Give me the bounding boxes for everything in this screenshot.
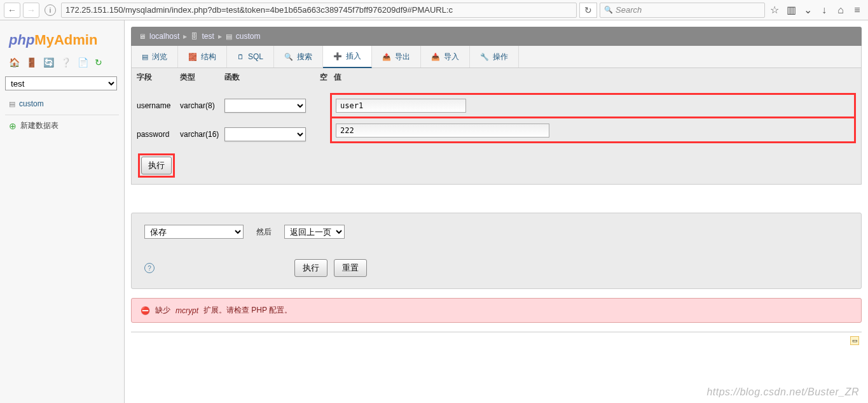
tab-search[interactable]: 🔍搜索	[274, 46, 323, 67]
go-button-highlight: 执行	[138, 153, 175, 178]
table-icon: ▤	[226, 32, 232, 41]
tab-insert[interactable]: ➕插入	[323, 46, 372, 68]
save-mode-select[interactable]: 保存	[144, 225, 244, 239]
search-bar[interactable]: Search	[600, 3, 765, 18]
sidebar-quick-icons: 🏠 🚪 🔄 ❔ 📄 ↻	[9, 57, 119, 67]
go-button[interactable]: 执行	[141, 157, 172, 174]
divider	[131, 332, 862, 332]
table-link-custom[interactable]: custom	[5, 97, 119, 111]
downloads-icon[interactable]: ↓	[817, 4, 831, 16]
library-icon[interactable]: ▥	[784, 4, 798, 16]
back-button[interactable]: ←	[4, 3, 20, 18]
header-func: 函数	[224, 72, 320, 83]
tabs: ▤浏览 🧱结构 🗒SQL 🔍搜索 ➕插入 📤导出 📥导入 🔧操作	[131, 46, 862, 68]
value-input-username[interactable]	[336, 99, 466, 113]
expand-toggle[interactable]: ▭	[850, 336, 859, 345]
forward-button[interactable]: →	[23, 3, 39, 18]
main-content: 🖥 localhost ▸ 🗄 test ▸ ▤ custom ▤浏览 🧱结构 …	[125, 20, 868, 403]
reset-button[interactable]: 重置	[334, 259, 367, 277]
then-label: 然后	[256, 227, 272, 237]
phpmyadmin-logo: phpMyAdmin	[9, 32, 119, 48]
breadcrumb-db[interactable]: test	[202, 32, 214, 41]
tab-import[interactable]: 📥导入	[421, 46, 470, 67]
field-row-password: password varchar(16)	[132, 118, 861, 150]
insert-form: 字段 类型 函数 空 值 username varchar(8) passw	[131, 68, 862, 185]
tab-operations[interactable]: 🔧操作	[470, 46, 519, 67]
import-icon: 📥	[431, 53, 440, 61]
watermark: https://blog.csdn.net/Buster_ZR	[706, 386, 859, 398]
tab-browse[interactable]: ▤浏览	[132, 46, 178, 67]
sql-icon[interactable]: 📄	[78, 57, 88, 67]
server-icon: 🖥	[139, 32, 146, 40]
header-field: 字段	[137, 72, 180, 83]
browser-toolbar: ← → i 172.25.151.150/mysqladmin/index.ph…	[0, 0, 868, 20]
breadcrumb: 🖥 localhost ▸ 🗄 test ▸ ▤ custom	[131, 27, 862, 46]
function-select-username[interactable]	[224, 99, 306, 113]
field-name: username	[137, 101, 180, 110]
menu-icon[interactable]: ≡	[850, 4, 864, 16]
database-icon: 🗄	[191, 32, 198, 40]
insert-options-box: 保存 然后 返回上一页 ? 执行 重置	[131, 213, 862, 289]
value-input-password[interactable]	[336, 124, 549, 138]
reload-button[interactable]: ↻	[579, 3, 597, 18]
tab-export[interactable]: 📤导出	[372, 46, 421, 67]
insert-icon: ➕	[333, 52, 342, 60]
field-type: varchar(16)	[180, 130, 224, 139]
database-select[interactable]: test	[5, 76, 117, 90]
warning-box: 缺少 mcrypt 扩展。请检查 PHP 配置。	[131, 298, 862, 323]
tab-structure[interactable]: 🧱结构	[178, 46, 227, 67]
field-name: password	[137, 130, 180, 139]
tab-sql[interactable]: 🗒SQL	[227, 46, 274, 67]
site-info-icon[interactable]: i	[45, 4, 56, 16]
go-button-bottom[interactable]: 执行	[294, 259, 327, 277]
field-type: varchar(8)	[180, 101, 224, 110]
pocket-icon[interactable]: ⌄	[801, 4, 815, 16]
breadcrumb-server[interactable]: localhost	[149, 32, 179, 41]
browse-icon: ▤	[142, 53, 148, 61]
warning-text-suffix: 扩展。请检查 PHP 配置。	[203, 305, 292, 316]
warning-text-prefix: 缺少	[155, 305, 170, 316]
wrench-icon: 🔧	[480, 53, 489, 61]
sidebar: phpMyAdmin 🏠 🚪 🔄 ❔ 📄 ↻ test custom 新建数据表	[0, 20, 125, 403]
after-action-select[interactable]: 返回上一页	[284, 225, 345, 239]
home-icon[interactable]: 🏠	[9, 57, 20, 67]
docs-icon[interactable]: ❔	[60, 57, 71, 67]
value-highlight-box	[330, 115, 856, 143]
structure-icon: 🧱	[188, 53, 197, 61]
header-null: 空	[320, 72, 334, 83]
function-select-password[interactable]	[224, 127, 306, 141]
logout-icon[interactable]: 🚪	[26, 57, 37, 67]
home-icon[interactable]: ⌂	[834, 4, 848, 16]
query-icon[interactable]: 🔄	[43, 57, 54, 67]
export-icon: 📤	[382, 53, 391, 61]
help-icon[interactable]: ?	[144, 263, 155, 273]
breadcrumb-table[interactable]: custom	[236, 32, 261, 41]
url-bar[interactable]: 172.25.151.150/mysqladmin/index.php?db=t…	[61, 3, 577, 18]
header-value: 值	[334, 72, 856, 83]
sql-icon: 🗒	[237, 53, 244, 60]
warning-mcrypt-link[interactable]: mcrypt	[176, 306, 198, 315]
reload-icon[interactable]: ↻	[95, 57, 102, 67]
new-table-button[interactable]: 新建数据表	[5, 115, 119, 136]
bookmark-icon[interactable]: ☆	[768, 4, 782, 16]
header-type: 类型	[180, 72, 224, 83]
search-icon: 🔍	[284, 53, 293, 61]
field-header: 字段 类型 函数 空 值	[132, 68, 861, 87]
